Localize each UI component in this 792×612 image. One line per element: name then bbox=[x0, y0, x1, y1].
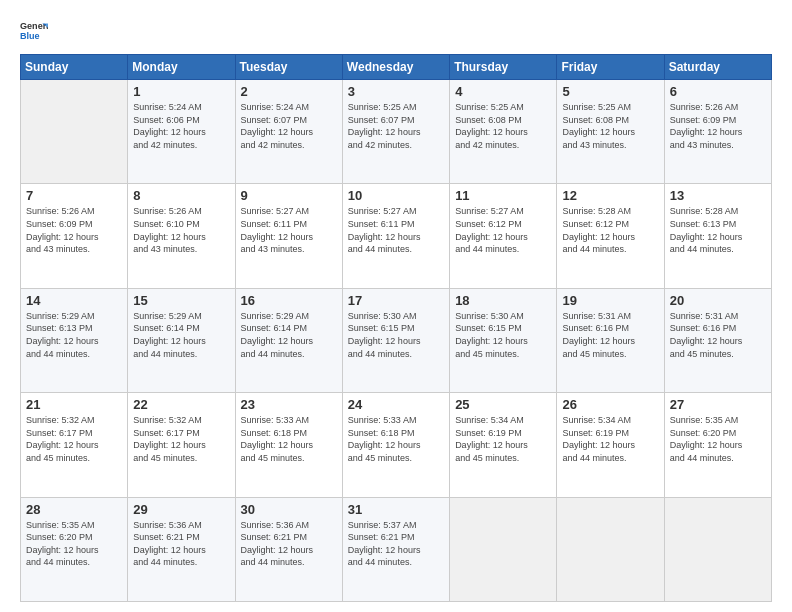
day-cell-17: 17Sunrise: 5:30 AMSunset: 6:15 PMDayligh… bbox=[342, 288, 449, 392]
day-info: Sunrise: 5:27 AMSunset: 6:12 PMDaylight:… bbox=[455, 205, 551, 255]
day-info: Sunrise: 5:35 AMSunset: 6:20 PMDaylight:… bbox=[26, 519, 122, 569]
weekday-friday: Friday bbox=[557, 55, 664, 80]
header: General Blue bbox=[20, 18, 772, 46]
day-info: Sunrise: 5:29 AMSunset: 6:13 PMDaylight:… bbox=[26, 310, 122, 360]
day-cell-14: 14Sunrise: 5:29 AMSunset: 6:13 PMDayligh… bbox=[21, 288, 128, 392]
day-number: 20 bbox=[670, 293, 766, 308]
day-cell-8: 8Sunrise: 5:26 AMSunset: 6:10 PMDaylight… bbox=[128, 184, 235, 288]
day-cell-10: 10Sunrise: 5:27 AMSunset: 6:11 PMDayligh… bbox=[342, 184, 449, 288]
day-cell-26: 26Sunrise: 5:34 AMSunset: 6:19 PMDayligh… bbox=[557, 393, 664, 497]
day-cell-4: 4Sunrise: 5:25 AMSunset: 6:08 PMDaylight… bbox=[450, 80, 557, 184]
day-info: Sunrise: 5:24 AMSunset: 6:07 PMDaylight:… bbox=[241, 101, 337, 151]
day-number: 17 bbox=[348, 293, 444, 308]
day-info: Sunrise: 5:32 AMSunset: 6:17 PMDaylight:… bbox=[133, 414, 229, 464]
day-cell-30: 30Sunrise: 5:36 AMSunset: 6:21 PMDayligh… bbox=[235, 497, 342, 601]
day-cell-11: 11Sunrise: 5:27 AMSunset: 6:12 PMDayligh… bbox=[450, 184, 557, 288]
day-number: 21 bbox=[26, 397, 122, 412]
day-cell-22: 22Sunrise: 5:32 AMSunset: 6:17 PMDayligh… bbox=[128, 393, 235, 497]
week-row-5: 28Sunrise: 5:35 AMSunset: 6:20 PMDayligh… bbox=[21, 497, 772, 601]
day-info: Sunrise: 5:36 AMSunset: 6:21 PMDaylight:… bbox=[241, 519, 337, 569]
day-number: 14 bbox=[26, 293, 122, 308]
day-cell-5: 5Sunrise: 5:25 AMSunset: 6:08 PMDaylight… bbox=[557, 80, 664, 184]
empty-cell bbox=[664, 497, 771, 601]
day-cell-9: 9Sunrise: 5:27 AMSunset: 6:11 PMDaylight… bbox=[235, 184, 342, 288]
day-info: Sunrise: 5:34 AMSunset: 6:19 PMDaylight:… bbox=[562, 414, 658, 464]
day-info: Sunrise: 5:30 AMSunset: 6:15 PMDaylight:… bbox=[455, 310, 551, 360]
day-cell-2: 2Sunrise: 5:24 AMSunset: 6:07 PMDaylight… bbox=[235, 80, 342, 184]
day-cell-13: 13Sunrise: 5:28 AMSunset: 6:13 PMDayligh… bbox=[664, 184, 771, 288]
empty-cell bbox=[450, 497, 557, 601]
day-info: Sunrise: 5:29 AMSunset: 6:14 PMDaylight:… bbox=[241, 310, 337, 360]
weekday-header-row: SundayMondayTuesdayWednesdayThursdayFrid… bbox=[21, 55, 772, 80]
day-info: Sunrise: 5:32 AMSunset: 6:17 PMDaylight:… bbox=[26, 414, 122, 464]
day-number: 22 bbox=[133, 397, 229, 412]
day-number: 28 bbox=[26, 502, 122, 517]
weekday-thursday: Thursday bbox=[450, 55, 557, 80]
weekday-tuesday: Tuesday bbox=[235, 55, 342, 80]
day-info: Sunrise: 5:28 AMSunset: 6:12 PMDaylight:… bbox=[562, 205, 658, 255]
day-number: 6 bbox=[670, 84, 766, 99]
week-row-2: 7Sunrise: 5:26 AMSunset: 6:09 PMDaylight… bbox=[21, 184, 772, 288]
day-number: 26 bbox=[562, 397, 658, 412]
day-info: Sunrise: 5:29 AMSunset: 6:14 PMDaylight:… bbox=[133, 310, 229, 360]
day-number: 16 bbox=[241, 293, 337, 308]
page: General Blue SundayMondayTuesdayWednesda… bbox=[0, 0, 792, 612]
day-number: 8 bbox=[133, 188, 229, 203]
week-row-1: 1Sunrise: 5:24 AMSunset: 6:06 PMDaylight… bbox=[21, 80, 772, 184]
day-cell-27: 27Sunrise: 5:35 AMSunset: 6:20 PMDayligh… bbox=[664, 393, 771, 497]
day-cell-7: 7Sunrise: 5:26 AMSunset: 6:09 PMDaylight… bbox=[21, 184, 128, 288]
logo-icon: General Blue bbox=[20, 18, 48, 46]
day-number: 2 bbox=[241, 84, 337, 99]
day-cell-28: 28Sunrise: 5:35 AMSunset: 6:20 PMDayligh… bbox=[21, 497, 128, 601]
day-number: 30 bbox=[241, 502, 337, 517]
day-info: Sunrise: 5:25 AMSunset: 6:07 PMDaylight:… bbox=[348, 101, 444, 151]
day-cell-31: 31Sunrise: 5:37 AMSunset: 6:21 PMDayligh… bbox=[342, 497, 449, 601]
day-number: 1 bbox=[133, 84, 229, 99]
day-number: 23 bbox=[241, 397, 337, 412]
day-info: Sunrise: 5:25 AMSunset: 6:08 PMDaylight:… bbox=[562, 101, 658, 151]
day-number: 19 bbox=[562, 293, 658, 308]
day-info: Sunrise: 5:37 AMSunset: 6:21 PMDaylight:… bbox=[348, 519, 444, 569]
day-info: Sunrise: 5:33 AMSunset: 6:18 PMDaylight:… bbox=[348, 414, 444, 464]
day-info: Sunrise: 5:26 AMSunset: 6:09 PMDaylight:… bbox=[670, 101, 766, 151]
day-cell-23: 23Sunrise: 5:33 AMSunset: 6:18 PMDayligh… bbox=[235, 393, 342, 497]
day-cell-15: 15Sunrise: 5:29 AMSunset: 6:14 PMDayligh… bbox=[128, 288, 235, 392]
day-number: 29 bbox=[133, 502, 229, 517]
day-number: 24 bbox=[348, 397, 444, 412]
day-cell-20: 20Sunrise: 5:31 AMSunset: 6:16 PMDayligh… bbox=[664, 288, 771, 392]
day-number: 9 bbox=[241, 188, 337, 203]
day-number: 5 bbox=[562, 84, 658, 99]
day-cell-12: 12Sunrise: 5:28 AMSunset: 6:12 PMDayligh… bbox=[557, 184, 664, 288]
day-cell-25: 25Sunrise: 5:34 AMSunset: 6:19 PMDayligh… bbox=[450, 393, 557, 497]
day-info: Sunrise: 5:26 AMSunset: 6:09 PMDaylight:… bbox=[26, 205, 122, 255]
calendar-body: 1Sunrise: 5:24 AMSunset: 6:06 PMDaylight… bbox=[21, 80, 772, 602]
day-info: Sunrise: 5:26 AMSunset: 6:10 PMDaylight:… bbox=[133, 205, 229, 255]
day-info: Sunrise: 5:30 AMSunset: 6:15 PMDaylight:… bbox=[348, 310, 444, 360]
day-number: 4 bbox=[455, 84, 551, 99]
day-number: 10 bbox=[348, 188, 444, 203]
day-info: Sunrise: 5:34 AMSunset: 6:19 PMDaylight:… bbox=[455, 414, 551, 464]
day-number: 13 bbox=[670, 188, 766, 203]
day-number: 11 bbox=[455, 188, 551, 203]
day-number: 7 bbox=[26, 188, 122, 203]
day-cell-21: 21Sunrise: 5:32 AMSunset: 6:17 PMDayligh… bbox=[21, 393, 128, 497]
day-cell-6: 6Sunrise: 5:26 AMSunset: 6:09 PMDaylight… bbox=[664, 80, 771, 184]
weekday-wednesday: Wednesday bbox=[342, 55, 449, 80]
day-cell-1: 1Sunrise: 5:24 AMSunset: 6:06 PMDaylight… bbox=[128, 80, 235, 184]
svg-text:Blue: Blue bbox=[20, 31, 40, 41]
day-cell-24: 24Sunrise: 5:33 AMSunset: 6:18 PMDayligh… bbox=[342, 393, 449, 497]
day-cell-16: 16Sunrise: 5:29 AMSunset: 6:14 PMDayligh… bbox=[235, 288, 342, 392]
day-number: 25 bbox=[455, 397, 551, 412]
week-row-3: 14Sunrise: 5:29 AMSunset: 6:13 PMDayligh… bbox=[21, 288, 772, 392]
day-info: Sunrise: 5:31 AMSunset: 6:16 PMDaylight:… bbox=[670, 310, 766, 360]
day-number: 15 bbox=[133, 293, 229, 308]
weekday-saturday: Saturday bbox=[664, 55, 771, 80]
svg-text:General: General bbox=[20, 21, 48, 31]
day-info: Sunrise: 5:28 AMSunset: 6:13 PMDaylight:… bbox=[670, 205, 766, 255]
day-info: Sunrise: 5:35 AMSunset: 6:20 PMDaylight:… bbox=[670, 414, 766, 464]
day-cell-29: 29Sunrise: 5:36 AMSunset: 6:21 PMDayligh… bbox=[128, 497, 235, 601]
weekday-monday: Monday bbox=[128, 55, 235, 80]
day-cell-18: 18Sunrise: 5:30 AMSunset: 6:15 PMDayligh… bbox=[450, 288, 557, 392]
empty-cell bbox=[21, 80, 128, 184]
day-cell-19: 19Sunrise: 5:31 AMSunset: 6:16 PMDayligh… bbox=[557, 288, 664, 392]
